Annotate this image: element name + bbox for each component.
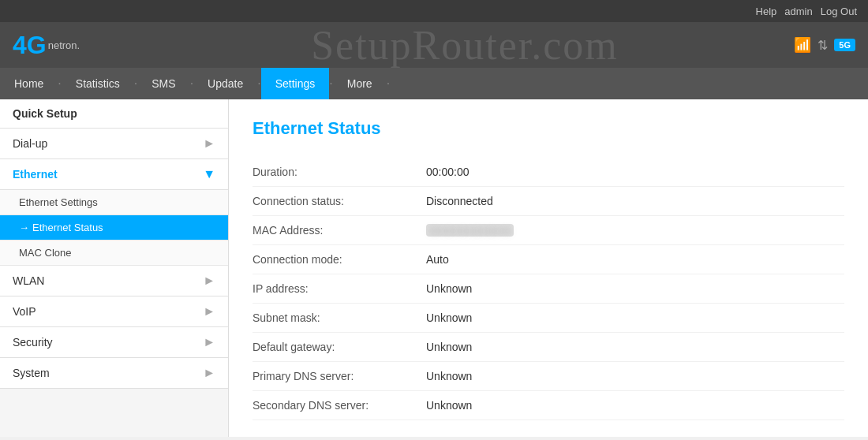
status-row: MAC Address:xx:xx:xx:xx:xx:xx <box>253 216 844 245</box>
chevron-voip-icon: ► <box>203 304 215 319</box>
status-value: Unknown <box>426 311 472 324</box>
status-label: Secondary DNS server: <box>253 399 426 412</box>
chevron-security-icon: ► <box>203 335 215 349</box>
sidebar-sub-mac-clone[interactable]: MAC Clone <box>0 241 228 266</box>
sidebar-item-security[interactable]: Security ► <box>0 327 228 358</box>
status-table: Duration:00:00:00Connection status:Disco… <box>253 158 844 420</box>
status-value: Auto <box>426 253 449 266</box>
sidebar-sub-ethernet-status[interactable]: Ethernet Status <box>0 215 228 241</box>
sidebar-item-ethernet[interactable]: Ethernet ▼ <box>0 159 228 190</box>
logo-bar: 4G netron. SetupRouter.com 📶 ⇅ 5G <box>0 22 868 68</box>
status-value: 00:00:00 <box>426 166 470 178</box>
nav-statistics[interactable]: Statistics <box>62 68 134 99</box>
status-row: Connection status:Disconnected <box>253 187 844 216</box>
chevron-dialup-icon: ► <box>203 136 215 151</box>
status-label: Default gateway: <box>253 341 426 353</box>
sidebar-item-wlan[interactable]: WLAN ► <box>0 266 228 296</box>
signal-bars-icon: 📶 <box>794 36 811 54</box>
content-area: Ethernet Status Duration:00:00:00Connect… <box>229 99 868 437</box>
nav-sms[interactable]: SMS <box>137 68 189 99</box>
sidebar-item-voip[interactable]: VoIP ► <box>0 296 228 327</box>
status-row: Duration:00:00:00 <box>253 158 844 187</box>
watermark-text: SetupRouter.com <box>311 22 619 69</box>
chevron-wlan-icon: ► <box>203 274 215 288</box>
status-value: Disconnected <box>426 195 493 207</box>
main-layout: Quick Setup Dial-up ► Ethernet ▼ Etherne… <box>0 99 868 437</box>
chevron-ethernet-icon: ▼ <box>203 167 215 181</box>
signal-icons: 📶 ⇅ 5G <box>794 36 855 54</box>
sidebar-item-system[interactable]: System ► <box>0 358 228 389</box>
5g-badge: 5G <box>834 39 855 51</box>
status-label: MAC Address: <box>253 224 426 237</box>
status-value: Unknown <box>426 282 472 295</box>
status-row: Primary DNS server:Unknown <box>253 362 844 391</box>
logout-link[interactable]: Log Out <box>821 6 857 17</box>
status-row: Default gateway:Unknown <box>253 333 844 362</box>
status-row: Connection mode:Auto <box>253 245 844 274</box>
status-row: Subnet mask:Unknown <box>253 304 844 333</box>
status-label: Connection status: <box>253 195 426 207</box>
nav-settings[interactable]: Settings <box>261 68 330 99</box>
logo-4g-text: 4G <box>13 32 47 58</box>
status-value: xx:xx:xx:xx:xx:xx <box>426 224 514 237</box>
arrows-icon: ⇅ <box>817 38 828 53</box>
status-label: Subnet mask: <box>253 311 426 324</box>
nav-more[interactable]: More <box>333 68 387 99</box>
status-row: Secondary DNS server:Unknown <box>253 391 844 420</box>
admin-link[interactable]: admin <box>784 6 812 17</box>
sidebar-item-dialup[interactable]: Dial-up ► <box>0 129 228 159</box>
page-title: Ethernet Status <box>253 118 844 139</box>
status-row: IP address:Unknown <box>253 274 844 304</box>
help-link[interactable]: Help <box>756 6 777 17</box>
status-value: Unknown <box>426 399 472 412</box>
chevron-system-icon: ► <box>203 366 215 380</box>
status-value: Unknown <box>426 370 472 382</box>
status-value: Unknown <box>426 341 472 353</box>
status-label: Duration: <box>253 166 426 178</box>
status-label: Primary DNS server: <box>253 370 426 382</box>
nav-update[interactable]: Update <box>193 68 257 99</box>
logo-netron-text: netron. <box>48 39 80 51</box>
sidebar-sub-ethernet-settings[interactable]: Ethernet Settings <box>0 190 228 215</box>
nav-sep-6: · <box>387 68 390 99</box>
status-label: Connection mode: <box>253 253 426 266</box>
sidebar: Quick Setup Dial-up ► Ethernet ▼ Etherne… <box>0 99 229 437</box>
top-user-bar: Help admin Log Out <box>0 0 868 22</box>
status-label: IP address: <box>253 282 426 295</box>
nav-bar: Home · Statistics · SMS · Update · Setti… <box>0 68 868 99</box>
logo: 4G netron. <box>13 32 80 58</box>
nav-home[interactable]: Home <box>0 68 58 99</box>
sidebar-item-quick-setup[interactable]: Quick Setup <box>0 99 228 129</box>
